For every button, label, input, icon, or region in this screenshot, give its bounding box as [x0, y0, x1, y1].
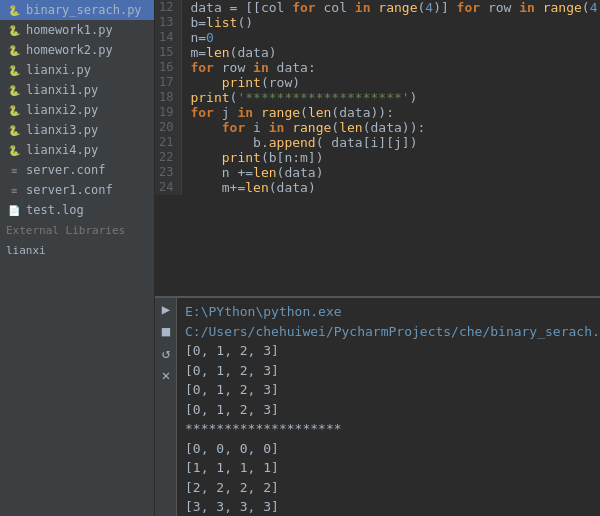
code-line: print('********************'): [182, 90, 600, 105]
table-row: 18 print('********************'): [155, 90, 600, 105]
stop-button[interactable]: ■: [155, 320, 177, 342]
code-line: b=list(): [182, 15, 600, 30]
line-number: 17: [155, 75, 182, 90]
line-number: 20: [155, 120, 182, 135]
code-line: print(row): [182, 75, 600, 90]
sidebar-filename: lianxi4.py: [26, 143, 98, 157]
table-row: 14 n=0: [155, 30, 600, 45]
line-number: 16: [155, 60, 182, 75]
python-file-icon: 🐍: [6, 122, 22, 138]
sidebar-filename: homework1.py: [26, 23, 113, 37]
code-line: n=0: [182, 30, 600, 45]
output-line-3: [0, 1, 2, 3]: [185, 380, 600, 400]
separator-line: ********************: [185, 419, 600, 439]
sidebar-item-server-conf[interactable]: ≡ server.conf: [0, 160, 154, 180]
code-table: 12 data = [[col for col in range(4)] for…: [155, 0, 600, 195]
sidebar-item-lianxi1[interactable]: 🐍 lianxi1.py: [0, 80, 154, 100]
output-line-6: [0, 0, 0, 0]: [185, 439, 600, 459]
code-line: m+=len(data): [182, 180, 600, 195]
table-row: 23 n +=len(data): [155, 165, 600, 180]
sidebar-item-test-log[interactable]: 📄 test.log: [0, 200, 154, 220]
output-line-9: [3, 3, 3, 3]: [185, 497, 600, 516]
sidebar-filename: lianxi.py: [26, 63, 91, 77]
table-row: 13 b=list(): [155, 15, 600, 30]
log-file-icon: 📄: [6, 202, 22, 218]
table-row: 17 print(row): [155, 75, 600, 90]
file-sidebar: 🐍 binary_serach.py 🐍 homework1.py 🐍 home…: [0, 0, 155, 516]
sidebar-footer: lianxi: [0, 241, 154, 260]
line-number: 23: [155, 165, 182, 180]
close-output-button[interactable]: ✕: [155, 364, 177, 386]
sidebar-item-homework1[interactable]: 🐍 homework1.py: [0, 20, 154, 40]
table-row: 15 m=len(data): [155, 45, 600, 60]
python-file-icon: 🐍: [6, 42, 22, 58]
table-row: 16 for row in data:: [155, 60, 600, 75]
output-line-4: [0, 1, 2, 3]: [185, 400, 600, 420]
python-file-icon: 🐍: [6, 2, 22, 18]
output-line-2: [0, 1, 2, 3]: [185, 361, 600, 381]
python-file-icon: 🐍: [6, 62, 22, 78]
external-libraries-section: External Libraries: [0, 220, 154, 241]
line-number: 12: [155, 0, 182, 15]
sidebar-filename: server1.conf: [26, 183, 113, 197]
output-content: ▶ ■ ↺ ✕ E:\PYthon\python.exe C:/Users/ch…: [155, 298, 600, 516]
output-line-8: [2, 2, 2, 2]: [185, 478, 600, 498]
python-file-icon: 🐍: [6, 142, 22, 158]
table-row: 19 for j in range(len(data)):: [155, 105, 600, 120]
table-row: 12 data = [[col for col in range(4)] for…: [155, 0, 600, 15]
output-line-7: [1, 1, 1, 1]: [185, 458, 600, 478]
sidebar-item-homework2[interactable]: 🐍 homework2.py: [0, 40, 154, 60]
python-file-icon: 🐍: [6, 102, 22, 118]
sidebar-filename: lianxi2.py: [26, 103, 98, 117]
code-line: print(b[n:m]): [182, 150, 600, 165]
table-row: 22 print(b[n:m]): [155, 150, 600, 165]
output-line-1: [0, 1, 2, 3]: [185, 341, 600, 361]
line-number: 13: [155, 15, 182, 30]
code-line: n +=len(data): [182, 165, 600, 180]
conf-file-icon: ≡: [6, 162, 22, 178]
line-number: 14: [155, 30, 182, 45]
conf-file-icon: ≡: [6, 182, 22, 198]
code-line: for row in data:: [182, 60, 600, 75]
python-file-icon: 🐍: [6, 82, 22, 98]
sidebar-filename: lianxi3.py: [26, 123, 98, 137]
python-file-icon: 🐍: [6, 22, 22, 38]
sidebar-filename: lianxi1.py: [26, 83, 98, 97]
output-path: E:\PYthon\python.exe C:/Users/chehuiwei/…: [185, 302, 600, 341]
main-panel: 12 data = [[col for col in range(4)] for…: [155, 0, 600, 516]
line-number: 15: [155, 45, 182, 60]
run-button[interactable]: ▶: [155, 298, 177, 320]
code-line: for j in range(len(data)):: [182, 105, 600, 120]
code-editor[interactable]: 12 data = [[col for col in range(4)] for…: [155, 0, 600, 296]
code-line: m=len(data): [182, 45, 600, 60]
line-number: 18: [155, 90, 182, 105]
table-row: 20 for i in range(len(data)):: [155, 120, 600, 135]
code-line: b.append( data[i][j]): [182, 135, 600, 150]
line-number: 22: [155, 150, 182, 165]
sidebar-item-binary-serach[interactable]: 🐍 binary_serach.py: [0, 0, 154, 20]
table-row: 21 b.append( data[i][j]): [155, 135, 600, 150]
output-panel: ▶ ■ ↺ ✕ E:\PYthon\python.exe C:/Users/ch…: [155, 296, 600, 516]
output-sidebar: ▶ ■ ↺ ✕: [155, 298, 177, 516]
sidebar-item-lianxi2[interactable]: 🐍 lianxi2.py: [0, 100, 154, 120]
sidebar-item-server1-conf[interactable]: ≡ server1.conf: [0, 180, 154, 200]
table-row: 24 m+=len(data): [155, 180, 600, 195]
sidebar-item-lianxi[interactable]: 🐍 lianxi.py: [0, 60, 154, 80]
sidebar-filename: test.log: [26, 203, 84, 217]
line-number: 19: [155, 105, 182, 120]
sidebar-filename: server.conf: [26, 163, 105, 177]
rerun-button[interactable]: ↺: [155, 342, 177, 364]
output-text: E:\PYthon\python.exe C:/Users/chehuiwei/…: [177, 298, 600, 516]
line-number: 24: [155, 180, 182, 195]
line-number: 21: [155, 135, 182, 150]
code-line: data = [[col for col in range(4)] for ro…: [182, 0, 600, 15]
sidebar-item-lianxi4[interactable]: 🐍 lianxi4.py: [0, 140, 154, 160]
sidebar-filename: homework2.py: [26, 43, 113, 57]
code-line: for i in range(len(data)):: [182, 120, 600, 135]
sidebar-item-lianxi3[interactable]: 🐍 lianxi3.py: [0, 120, 154, 140]
sidebar-filename: binary_serach.py: [26, 3, 142, 17]
